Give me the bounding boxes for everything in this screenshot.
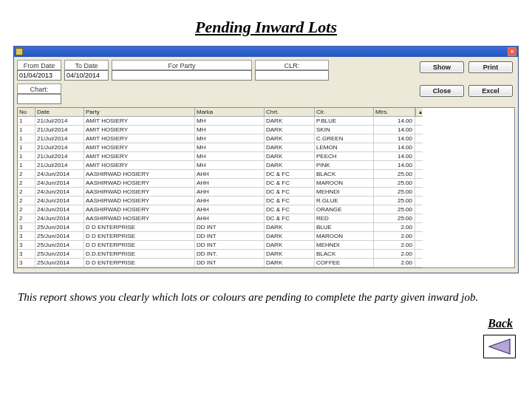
page-title: Pending Inward Lots <box>0 18 532 37</box>
table-row[interactable]: 121/Jul/2014AMIT HOSIERYMHDARKSKIN14.00 <box>18 126 514 134</box>
app-window: × From Date To Date For Party CLR: Show … <box>13 46 519 273</box>
table-row[interactable]: 121/Jul/2014AMIT HOSIERYMHDARKPINK14.00 <box>18 161 514 170</box>
table-row[interactable]: 224/Jun/2014AASHIRWAD HOSIERYAHHDC & FCM… <box>18 188 514 197</box>
col-clr[interactable]: Clr. <box>315 108 374 117</box>
app-icon <box>16 48 23 55</box>
to-date-input[interactable] <box>64 70 109 81</box>
table-row[interactable]: 224/Jun/2014AASHIRWAD HOSIERYAHHDC & FCO… <box>18 205 514 214</box>
table-row[interactable]: 325/Jun/2014D D ENTERPRISEDD INTDARKCOFF… <box>18 259 514 267</box>
back-link[interactable]: Back <box>0 317 513 330</box>
table-row[interactable]: 121/Jul/2014AMIT HOSIERYMHDARKLEMON14.00 <box>18 143 514 152</box>
table-row[interactable]: 325/Jun/2014D.D.ENTERPRISEDD INT.DARKBLA… <box>18 250 514 259</box>
filter-panel: From Date To Date For Party CLR: Show Pr… <box>14 57 518 106</box>
from-date-input[interactable] <box>17 70 61 81</box>
table-row[interactable]: 224/Jun/2014AASHIRWAD HOSIERYAHHDC & FCR… <box>18 214 514 223</box>
print-button[interactable]: Print <box>468 61 513 73</box>
table-row[interactable]: 224/Jun/2014AASHIRWAD HOSIERYAHHDC & FCB… <box>18 170 514 179</box>
page-caption: This report shows you clearly which lots… <box>18 291 514 304</box>
scroll-up-icon[interactable]: ▴ <box>415 108 423 117</box>
report-grid: No Date Party Marka Chrt. Clr. Mtrs. ▴ 1… <box>17 107 515 268</box>
table-row[interactable]: 325/Jun/2014D D ENTERPRISEDD INTDARKBLUE… <box>18 223 514 232</box>
grid-header: No Date Party Marka Chrt. Clr. Mtrs. ▴ <box>18 108 514 117</box>
svg-marker-0 <box>489 339 510 354</box>
col-chrt[interactable]: Chrt. <box>265 108 315 117</box>
to-date-label: To Date <box>64 60 109 70</box>
table-row[interactable]: 224/Jun/2014AASHIRWAD HOSIERYAHHDC & FCM… <box>18 179 514 188</box>
col-marka[interactable]: Marka <box>195 108 265 117</box>
table-row[interactable]: 121/Jul/2014AMIT HOSIERYMHDARKC.GREEN14.… <box>18 134 514 143</box>
grid-body: 121/Jul/2014AMIT HOSIERYMHDARKP.BLUE14.0… <box>18 117 514 267</box>
close-button[interactable]: Close <box>420 85 464 97</box>
clr-input[interactable] <box>255 70 329 81</box>
table-row[interactable]: 325/Jun/2014D D ENTERPRISEDD INTDARKMARO… <box>18 232 514 241</box>
show-button[interactable]: Show <box>420 61 464 73</box>
for-party-label: For Party <box>112 60 252 70</box>
table-row[interactable]: 121/Jul/2014AMIT HOSIERYMHDARKPEECH14.00 <box>18 152 514 161</box>
for-party-input[interactable] <box>112 70 252 81</box>
col-date[interactable]: Date <box>35 108 84 117</box>
close-icon[interactable]: × <box>508 47 516 56</box>
titlebar: × <box>14 47 518 57</box>
col-mtrs[interactable]: Mtrs. <box>374 108 415 117</box>
chart-input[interactable] <box>17 94 61 104</box>
col-party[interactable]: Party <box>84 108 195 117</box>
back-arrow-icon[interactable] <box>483 335 516 358</box>
table-row[interactable]: 224/Jun/2014AASHIRWAD HOSIERYAHHDC & FCR… <box>18 197 514 205</box>
table-row[interactable]: 121/Jul/2014AMIT HOSIERYMHDARKP.BLUE14.0… <box>18 117 514 126</box>
table-row[interactable]: 325/Jun/2014D D ENTERPRISEDD INTDARKMEHN… <box>18 241 514 250</box>
chart-label: Chart: <box>17 83 61 94</box>
col-no[interactable]: No <box>18 108 35 117</box>
from-date-label: From Date <box>17 60 61 70</box>
clr-label: CLR: <box>255 60 329 70</box>
excel-button[interactable]: Excel <box>468 85 513 97</box>
